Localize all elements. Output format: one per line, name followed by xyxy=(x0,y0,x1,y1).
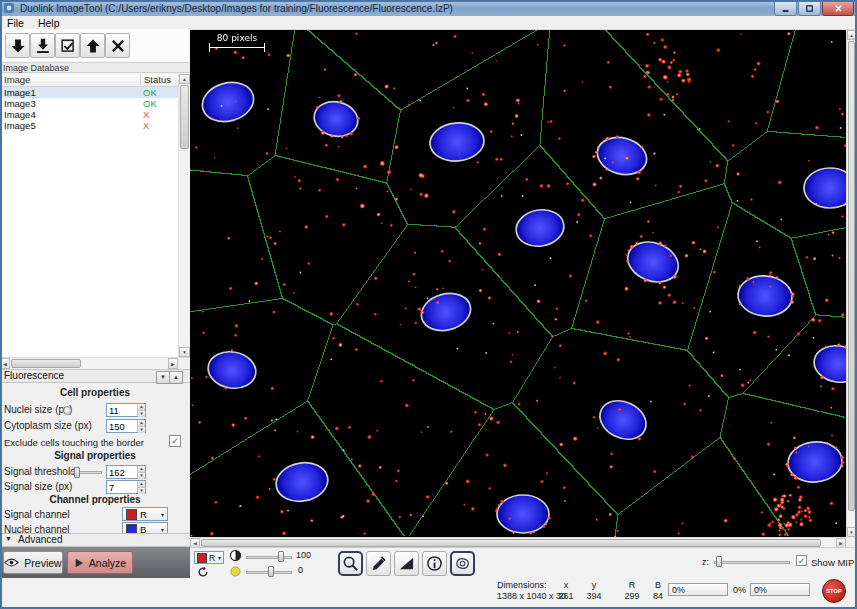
cytoplasm-size-stepper[interactable]: ▲▼ xyxy=(106,419,146,433)
export-button[interactable] xyxy=(80,33,105,58)
minimize-button[interactable] xyxy=(774,1,797,16)
signal-channel-select[interactable]: R ▾ xyxy=(122,507,168,521)
nuclei-size-knob[interactable] xyxy=(63,406,72,415)
scrollbar-thumb[interactable] xyxy=(201,539,821,547)
stepper-up-icon[interactable]: ▲ xyxy=(138,404,145,411)
cytoplasm-size-input[interactable] xyxy=(107,420,137,432)
scroll-right-icon[interactable]: ▶ xyxy=(168,358,178,369)
threshold-tool-button[interactable] xyxy=(394,551,419,576)
scroll-left-icon[interactable]: ◀ xyxy=(0,358,10,369)
nuclei-size-stepper[interactable]: ▲▼ xyxy=(106,403,146,417)
nuclei-size-input[interactable] xyxy=(107,404,137,416)
column-header-image[interactable]: Image xyxy=(4,74,30,85)
progress-value: 0% xyxy=(754,585,767,595)
delete-x-icon xyxy=(110,38,126,54)
image-vertical-scrollbar[interactable]: ▲ ▼ xyxy=(846,30,856,537)
chevron-down-icon: ▼ xyxy=(160,374,166,380)
stop-button[interactable]: STOP xyxy=(822,579,846,603)
status-badge: OK xyxy=(140,87,177,98)
preset-label[interactable]: Fluorescence xyxy=(4,370,64,382)
level-min-slider-thumb[interactable] xyxy=(268,566,274,577)
z-slider-track[interactable] xyxy=(714,561,790,564)
collapse-panel-button[interactable]: ▼ xyxy=(156,371,170,384)
level-max-slider-thumb[interactable] xyxy=(278,551,284,562)
coord-y-label: y xyxy=(577,580,611,590)
title-bar: Duolink ImageTool (C:/Users/eriknys/Desk… xyxy=(0,0,857,16)
stepper-up-icon[interactable]: ▲ xyxy=(138,420,145,427)
contrast-icon[interactable] xyxy=(229,549,242,564)
stepper-down-icon[interactable]: ▼ xyxy=(138,427,145,433)
menu-bar: File Help xyxy=(0,16,857,30)
upload-arrow-icon xyxy=(85,38,101,54)
stepper-down-icon[interactable]: ▼ xyxy=(138,473,145,479)
check-icon: ✓ xyxy=(798,556,806,566)
threshold-slider-thumb[interactable] xyxy=(74,467,80,478)
signal-size-input[interactable] xyxy=(107,481,137,493)
scrollbar-thumb[interactable] xyxy=(848,41,855,511)
info-button[interactable] xyxy=(422,551,447,576)
brightness-icon[interactable] xyxy=(230,566,241,579)
ramp-icon xyxy=(398,555,415,572)
signal-size-stepper[interactable]: ▲▼ xyxy=(106,480,146,494)
cell-outline-icon xyxy=(454,555,471,572)
dropdown-arrow-icon: ▾ xyxy=(161,526,164,533)
threshold-stepper[interactable]: ▲▼ xyxy=(106,465,146,479)
table-row[interactable]: Image3 OK xyxy=(0,98,178,109)
check-icon: ✓ xyxy=(171,436,179,446)
progress-bar: 0% xyxy=(668,583,728,596)
threshold-input[interactable] xyxy=(107,466,137,478)
window-title: Duolink ImageTool (C:/Users/eriknys/Desk… xyxy=(20,3,453,14)
exclude-border-checkbox[interactable]: ✓ xyxy=(169,435,181,447)
signal-channel-value: R xyxy=(140,509,147,520)
dropdown-arrow-icon: ▾ xyxy=(161,511,164,518)
advanced-section-toggle[interactable]: ▼ Advanced xyxy=(0,533,190,547)
scroll-down-icon[interactable]: ▼ xyxy=(847,527,856,537)
preview-label: Preview xyxy=(24,557,61,569)
menu-help[interactable]: Help xyxy=(31,17,67,29)
table-row[interactable]: Image1 OK xyxy=(0,87,178,98)
z-label: z: xyxy=(702,557,709,567)
scroll-down-icon[interactable]: ▼ xyxy=(179,347,190,357)
play-icon xyxy=(74,558,84,568)
chevron-up-icon: ▲ xyxy=(173,374,179,380)
red-swatch-icon xyxy=(197,553,207,563)
scroll-up-icon[interactable]: ▲ xyxy=(179,74,190,84)
menu-file[interactable]: File xyxy=(0,17,31,29)
table-row[interactable]: Image4 X xyxy=(0,109,178,120)
column-header-status[interactable]: Status xyxy=(140,74,178,85)
dimensions-label: Dimensions: xyxy=(497,580,547,590)
table-horizontal-scrollbar[interactable]: ◀ ▶ xyxy=(0,357,178,369)
channel-properties-header: Channel properties xyxy=(0,494,190,505)
stepper-up-icon[interactable]: ▲ xyxy=(138,481,145,488)
preview-button[interactable]: Preview xyxy=(3,551,63,574)
preset-bar: Fluorescence ▼ ▲ xyxy=(0,369,190,383)
zoom-tool-button[interactable] xyxy=(338,551,363,576)
table-vertical-scrollbar[interactable]: ▲ ▼ xyxy=(178,74,190,357)
stepper-up-icon[interactable]: ▲ xyxy=(138,466,145,473)
fluorescence-image[interactable] xyxy=(190,30,846,537)
close-button[interactable] xyxy=(822,1,854,16)
maximize-button[interactable] xyxy=(798,1,821,16)
show-mip-checkbox[interactable]: ✓ xyxy=(796,555,807,566)
parameters-panel: Cell properties Nuclei size (px) ▲▼ Cyto… xyxy=(0,384,190,547)
verify-images-button[interactable] xyxy=(55,33,80,58)
scrollbar-thumb[interactable] xyxy=(11,359,81,368)
remove-image-button[interactable] xyxy=(105,33,130,58)
status-badge: X xyxy=(140,109,177,120)
expand-panel-button[interactable]: ▲ xyxy=(169,371,183,384)
mip-view-button[interactable] xyxy=(450,551,475,576)
stepper-down-icon[interactable]: ▼ xyxy=(138,411,145,417)
z-slider-thumb[interactable] xyxy=(716,556,722,567)
scrollbar-thumb[interactable] xyxy=(180,85,189,149)
download-arrow-icon xyxy=(10,38,26,54)
image-name: Image4 xyxy=(4,109,36,120)
reset-levels-button[interactable] xyxy=(197,566,209,580)
import-stack-button[interactable] xyxy=(30,33,55,58)
table-row[interactable]: Image5 X xyxy=(0,120,178,131)
scroll-up-icon[interactable]: ▲ xyxy=(847,30,856,40)
level-max-slider-track[interactable] xyxy=(246,556,292,559)
picker-tool-button[interactable] xyxy=(366,551,391,576)
analyze-button[interactable]: Analyze xyxy=(67,551,133,574)
add-image-button[interactable] xyxy=(5,33,30,58)
display-channel-select[interactable]: R ▾ xyxy=(194,551,224,564)
